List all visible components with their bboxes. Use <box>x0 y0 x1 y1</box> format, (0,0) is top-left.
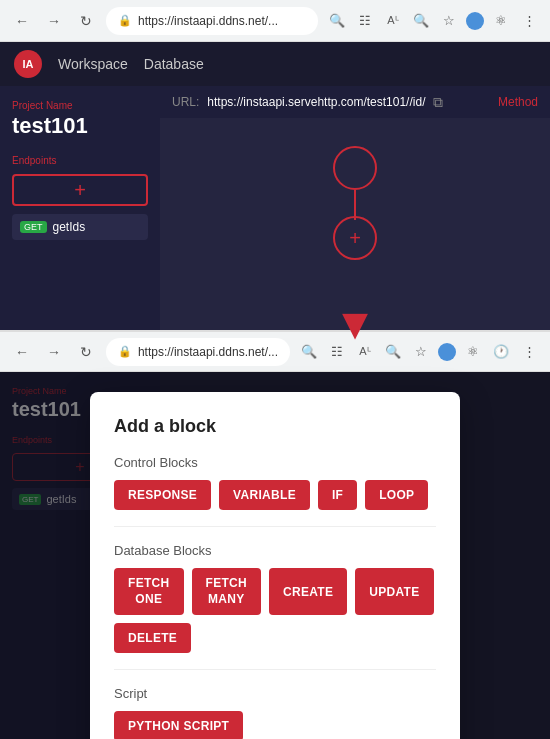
endpoint-item-getids[interactable]: GET getIds <box>12 214 148 240</box>
profile-dot-2[interactable] <box>438 343 456 361</box>
grid-icon[interactable]: ☷ <box>354 10 376 32</box>
url-label: URL: <box>172 95 199 109</box>
url-text: https://instaapi.ddns.net/... <box>138 14 278 28</box>
forward-button-2[interactable]: → <box>42 340 66 364</box>
main-content: URL: https://instaapi.servehttp.com/test… <box>160 86 550 330</box>
extensions-icon[interactable]: ⚛ <box>490 10 512 32</box>
refresh-button-2[interactable]: ↻ <box>74 340 98 364</box>
back-button-2[interactable]: ← <box>10 340 34 364</box>
if-button[interactable]: IF <box>318 480 357 510</box>
browser-chrome-bottom: ← → ↻ 🔒 https://instaapi.ddns.net/... 🔍 … <box>0 330 550 372</box>
endpoints-label: Endpoints <box>12 155 148 166</box>
add-block-modal: Add a block Control Blocks RESPONSE VARI… <box>90 392 460 739</box>
create-button[interactable]: CREATE <box>269 568 347 615</box>
project-name: test101 <box>12 113 148 139</box>
delete-button[interactable]: DELETE <box>114 623 191 653</box>
variable-button[interactable]: VARIABLE <box>219 480 310 510</box>
fetch-one-line2: ONE <box>135 592 162 608</box>
extensions-icon-2[interactable]: ⚛ <box>462 341 484 363</box>
plus-icon: + <box>74 180 86 200</box>
fetch-many-line2: MANY <box>208 592 245 608</box>
zoom-icon[interactable]: 🔍 <box>410 10 432 32</box>
text-icon[interactable]: Aᴸ <box>382 10 404 32</box>
search-icon[interactable]: 🔍 <box>326 10 348 32</box>
app-logo: IA <box>14 50 42 78</box>
fetch-many-line1: FETCH <box>206 576 248 592</box>
script-label: Script <box>114 686 436 701</box>
lock-icon-2: 🔒 <box>118 345 132 358</box>
address-bar[interactable]: 🔒 https://instaapi.ddns.net/... <box>106 7 318 35</box>
url-value: https://instaapi.servehttp.com/test101//… <box>207 95 425 109</box>
database-blocks-row: FETCH ONE FETCH MANY CREATE UPDATE DELET… <box>114 568 436 653</box>
graph-area: + ▼ <box>170 136 540 336</box>
refresh-button[interactable]: ↻ <box>74 9 98 33</box>
modal-title: Add a block <box>114 416 436 437</box>
fetch-one-line1: FETCH <box>128 576 170 592</box>
endpoint-name: getIds <box>53 220 86 234</box>
control-blocks-label: Control Blocks <box>114 455 436 470</box>
star-icon[interactable]: ☆ <box>438 10 460 32</box>
back-button[interactable]: ← <box>10 9 34 33</box>
fetch-one-button[interactable]: FETCH ONE <box>114 568 184 615</box>
node-bottom[interactable]: + <box>333 216 377 260</box>
loop-button[interactable]: LOOP <box>365 480 428 510</box>
endpoint-badge: GET <box>20 221 47 233</box>
search-icon-2[interactable]: 🔍 <box>298 341 320 363</box>
url-text-2: https://instaapi.ddns.net/... <box>138 345 278 359</box>
forward-button[interactable]: → <box>42 9 66 33</box>
zoom-icon-2[interactable]: 🔍 <box>382 341 404 363</box>
database-blocks-label: Database Blocks <box>114 543 436 558</box>
address-bar-2[interactable]: 🔒 https://instaapi.ddns.net/... <box>106 338 290 366</box>
node-top[interactable] <box>333 146 377 190</box>
browser-chrome-top: ← → ↻ 🔒 https://instaapi.ddns.net/... 🔍 … <box>0 0 550 42</box>
nav-database[interactable]: Database <box>144 56 204 72</box>
red-arrow-icon: ▼ <box>333 302 377 346</box>
nav-workspace[interactable]: Workspace <box>58 56 128 72</box>
url-bar: URL: https://instaapi.servehttp.com/test… <box>160 86 550 118</box>
fetch-many-button[interactable]: FETCH MANY <box>192 568 262 615</box>
app-main-top: Project Name test101 Endpoints + GET get… <box>0 86 550 330</box>
lock-icon: 🔒 <box>118 14 132 27</box>
profile-dot[interactable] <box>466 12 484 30</box>
response-button[interactable]: RESPONSE <box>114 480 211 510</box>
bottom-app-section: Project Name test101 Endpoints + GET get… <box>0 372 550 739</box>
update-button[interactable]: UPDATE <box>355 568 433 615</box>
modal-overlay: Add a block Control Blocks RESPONSE VARI… <box>0 372 550 739</box>
control-blocks-row: RESPONSE VARIABLE IF LOOP <box>114 480 436 510</box>
menu-icon-2[interactable]: ⋮ <box>518 341 540 363</box>
menu-icon[interactable]: ⋮ <box>518 10 540 32</box>
add-endpoint-button[interactable]: + <box>12 174 148 206</box>
script-buttons-row: PYTHON SCRIPT <box>114 711 436 739</box>
copy-icon[interactable]: ⧉ <box>433 94 443 111</box>
star-icon-2[interactable]: ☆ <box>410 341 432 363</box>
project-label: Project Name <box>12 100 148 111</box>
python-script-button[interactable]: PYTHON SCRIPT <box>114 711 243 739</box>
node-plus-icon: + <box>349 227 361 250</box>
divider-2 <box>114 669 436 670</box>
divider-1 <box>114 526 436 527</box>
browser-icon-group: 🔍 ☷ Aᴸ 🔍 ☆ ⚛ ⋮ <box>326 10 540 32</box>
app-nav: IA Workspace Database <box>0 42 550 86</box>
method-label[interactable]: Method <box>498 95 538 109</box>
sidebar: Project Name test101 Endpoints + GET get… <box>0 86 160 330</box>
history-icon[interactable]: 🕐 <box>490 341 512 363</box>
